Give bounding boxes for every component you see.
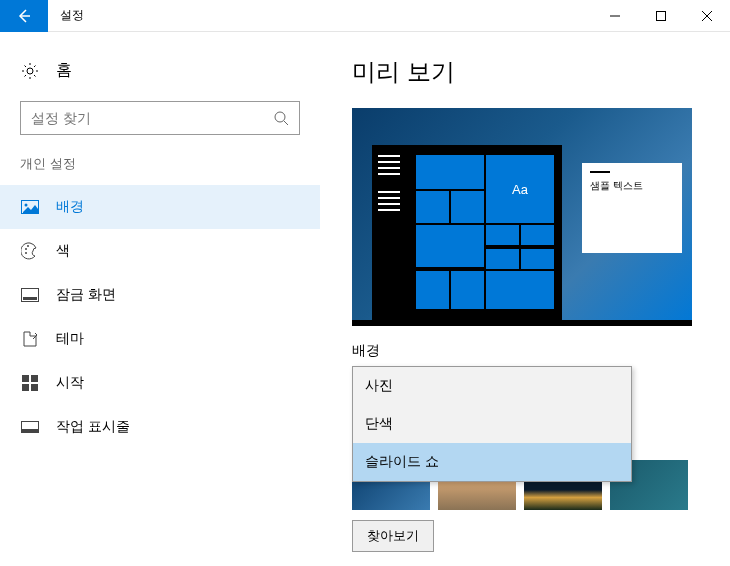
minimize-icon	[610, 11, 620, 21]
background-setting-label: 배경	[352, 342, 710, 360]
sidebar-item-background[interactable]: 배경	[0, 185, 320, 229]
maximize-icon	[656, 11, 666, 21]
home-label: 홈	[56, 60, 72, 81]
minimize-button[interactable]	[592, 0, 638, 32]
svg-rect-10	[22, 375, 29, 382]
preview-start-menu: Aa	[372, 145, 562, 320]
maximize-button[interactable]	[638, 0, 684, 32]
search-input[interactable]	[31, 110, 273, 126]
sidebar-item-label: 잠금 화면	[56, 286, 116, 304]
lockscreen-icon	[20, 285, 40, 305]
svg-point-5	[25, 248, 27, 250]
dropdown-option-slideshow[interactable]: 슬라이드 쇼	[353, 443, 631, 481]
svg-rect-9	[23, 297, 37, 300]
sidebar-item-start[interactable]: 시작	[0, 361, 320, 405]
sidebar-item-color[interactable]: 색	[0, 229, 320, 273]
palette-icon	[20, 241, 40, 261]
window-title: 설정	[60, 7, 84, 24]
theme-icon	[20, 329, 40, 349]
search-icon	[273, 110, 289, 126]
window-controls	[592, 0, 730, 32]
svg-rect-13	[31, 384, 38, 391]
start-icon	[20, 373, 40, 393]
sidebar-item-label: 작업 표시줄	[56, 418, 130, 436]
desktop-preview: Aa 샘플 텍스트	[352, 108, 692, 326]
back-button[interactable]	[0, 0, 48, 32]
svg-point-2	[275, 112, 285, 122]
sidebar-item-lockscreen[interactable]: 잠금 화면	[0, 273, 320, 317]
svg-point-7	[25, 252, 27, 254]
sidebar-item-themes[interactable]: 테마	[0, 317, 320, 361]
browse-button[interactable]: 찾아보기	[352, 520, 434, 552]
svg-rect-15	[22, 429, 38, 432]
taskbar-icon	[20, 417, 40, 437]
close-icon	[702, 11, 712, 21]
sidebar-item-taskbar[interactable]: 작업 표시줄	[0, 405, 320, 449]
dropdown-option-solid[interactable]: 단색	[353, 405, 631, 443]
sidebar-item-label: 시작	[56, 374, 84, 392]
preview-window: 샘플 텍스트	[582, 163, 682, 253]
titlebar: 설정	[0, 0, 730, 32]
search-box[interactable]	[20, 101, 300, 135]
dropdown-option-picture[interactable]: 사진	[353, 367, 631, 405]
svg-point-1	[27, 68, 33, 74]
sidebar-item-label: 배경	[56, 198, 84, 216]
sidebar-item-label: 테마	[56, 330, 84, 348]
arrow-left-icon	[16, 8, 32, 24]
svg-rect-12	[22, 384, 29, 391]
svg-point-4	[25, 204, 28, 207]
picture-icon	[20, 197, 40, 217]
home-link[interactable]: 홈	[0, 52, 320, 89]
sidebar: 홈 개인 설정 배경 색 잠금 화면	[0, 32, 320, 566]
svg-rect-11	[31, 375, 38, 382]
svg-rect-0	[657, 11, 666, 20]
main-panel: 미리 보기 Aa 샘플 텍스트	[320, 32, 730, 566]
preview-sample-text: 샘플 텍스트	[590, 180, 643, 191]
category-label: 개인 설정	[0, 155, 320, 185]
svg-point-6	[27, 245, 29, 247]
background-dropdown[interactable]: 사진 단색 슬라이드 쇼	[352, 366, 632, 482]
close-button[interactable]	[684, 0, 730, 32]
sidebar-item-label: 색	[56, 242, 70, 260]
gear-icon	[20, 61, 40, 81]
page-title: 미리 보기	[352, 56, 710, 88]
